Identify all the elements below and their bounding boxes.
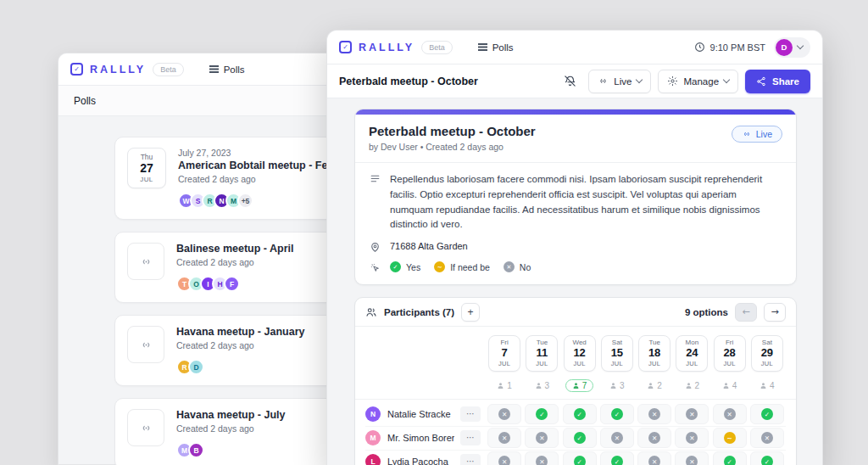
text-icon (369, 172, 381, 184)
vote-cell[interactable]: ✕ (525, 428, 559, 448)
vote-counts-row: 1 3 7 3 2 2 4 4 (365, 379, 786, 392)
vote-icon: ✕ (648, 408, 660, 420)
live-poll-icon (127, 326, 164, 363)
signal-icon (598, 76, 609, 87)
vote-count: 2 (640, 379, 669, 392)
date-option[interactable]: Sat 15 JUL (601, 335, 633, 372)
vote-cell[interactable]: ✕ (525, 451, 559, 465)
participants-rows: N Natalie Stracke ⋯ ✕ ✓ ✓ ✓ ✕ ✕ ✕ ✓ (355, 400, 796, 465)
vote-legend: ✓ Yes ~ If need be ✕ No (390, 261, 531, 272)
vote-cell[interactable]: ✕ (637, 428, 671, 448)
vote-cell[interactable]: ✕ (713, 404, 747, 424)
vote-icon: ✕ (536, 432, 548, 444)
vote-icon: ✓ (761, 456, 773, 465)
list-icon (478, 43, 487, 51)
vote-cell[interactable]: ✕ (675, 404, 709, 424)
rallly-logo-icon: ✓ (70, 63, 83, 76)
row-menu-button[interactable]: ⋯ (460, 430, 481, 445)
poll-item-title: Balinese meetup - April (176, 243, 293, 255)
poll-item-created: Created 2 days ago (176, 423, 286, 434)
signal-icon (140, 255, 153, 268)
vote-cell[interactable]: ✕ (487, 451, 521, 465)
vote-cell[interactable]: ✕ (675, 428, 709, 448)
date-option[interactable]: Fri 7 JUL (488, 335, 520, 372)
date-option[interactable]: Mon 24 JUL (676, 335, 708, 372)
vote-cell[interactable]: ✓ (525, 404, 559, 424)
manage-dropdown[interactable]: Manage (658, 70, 738, 93)
poll-toolbar: Peterbald meetup - October Live Manage S… (327, 64, 822, 98)
row-menu-button[interactable]: ⋯ (460, 406, 481, 422)
vote-icon: ✓ (574, 432, 586, 444)
vote-cell[interactable]: ✕ (637, 451, 671, 465)
vote-cell[interactable]: ✓ (713, 451, 747, 465)
prev-options-button[interactable]: ← (735, 303, 757, 322)
vote-cell[interactable]: ✕ (600, 428, 634, 448)
poll-item-created: Created 2 days ago (176, 257, 293, 267)
vote-cell[interactable]: ✕ (487, 428, 521, 448)
vote-type-icon: ✓ (390, 261, 401, 272)
poll-list-item[interactable]: Balinese meetup - April Created 2 days a… (114, 232, 362, 303)
vote-icon: ✕ (686, 408, 698, 420)
avatar: D (188, 359, 204, 375)
next-options-button[interactable]: → (764, 303, 786, 322)
notifications-off-button[interactable] (558, 70, 581, 93)
vote-cell[interactable]: ✓ (600, 451, 634, 465)
nav-polls[interactable]: Polls (209, 64, 245, 75)
page-title: Polls (58, 86, 353, 116)
vote-cell[interactable]: ✕ (750, 428, 784, 448)
add-participant-button[interactable]: + (461, 303, 480, 322)
date-option[interactable]: Fri 28 JUL (714, 335, 746, 372)
vote-cell[interactable]: ✕ (487, 404, 521, 424)
date-option[interactable]: Tue 18 JUL (638, 335, 670, 372)
vote-cell[interactable]: ✓ (563, 404, 597, 424)
participant-avatars: RD (176, 359, 304, 375)
poll-item-created: Created 2 days ago (176, 340, 304, 350)
vote-cell[interactable]: ✓ (600, 404, 634, 424)
vote-count: 1 (490, 379, 519, 392)
options-count: 9 options (685, 307, 728, 317)
participant-name: Natalie Stracke (387, 409, 451, 419)
vote-icon: ~ (724, 432, 736, 444)
date-option[interactable]: Wed 12 JUL (564, 335, 596, 372)
person-icon (609, 382, 617, 389)
gear-icon (667, 76, 678, 87)
poll-list-item[interactable]: Havana meetup - July Created 2 days ago … (114, 398, 362, 465)
vote-icon: ✕ (724, 408, 736, 420)
person-icon (760, 382, 767, 389)
participant-avatars: TOIHF (176, 276, 293, 292)
participant-row: L Lydia Pacocha ⋯ ✕ ✕ ✓ ✓ ✕ ✕ ✓ ✓ (365, 451, 786, 465)
rallly-logo-icon: ✓ (339, 41, 352, 53)
date-option[interactable]: Tue 11 JUL (526, 335, 558, 372)
poll-item-title: Havana meetup - January (176, 326, 304, 338)
share-button[interactable]: Share (745, 70, 810, 93)
vote-cell[interactable]: ✓ (563, 428, 597, 448)
poll-byline: by Dev User • Created 2 days ago (369, 142, 536, 152)
vote-icon: ✕ (761, 432, 773, 444)
vote-cell[interactable]: ✓ (750, 451, 784, 465)
live-status-dropdown[interactable]: Live (588, 70, 651, 93)
vote-cell[interactable]: ✕ (637, 404, 671, 424)
vote-cell[interactable]: ~ (713, 428, 747, 448)
poll-list-item[interactable]: Havana meetup - January Created 2 days a… (114, 315, 362, 386)
list-icon (209, 65, 219, 73)
poll-title: Peterbald meetup - October (369, 124, 536, 138)
poll-location: 71688 Alta Garden (390, 241, 468, 251)
user-avatar: D (776, 39, 793, 56)
share-icon (756, 76, 766, 87)
nav-polls[interactable]: Polls (478, 42, 514, 53)
user-menu[interactable]: D (774, 37, 810, 58)
row-menu-button[interactable]: ⋯ (460, 454, 481, 465)
vote-cell[interactable]: ✓ (563, 451, 597, 465)
person-icon (497, 382, 504, 389)
chevron-down-icon (636, 76, 643, 83)
participant-avatar: N (365, 406, 381, 422)
poll-list-item[interactable]: Thu 27 JUL July 27, 2023 American Bobtai… (114, 137, 362, 220)
chevron-down-icon (797, 42, 804, 49)
vote-icon: ✓ (574, 456, 586, 465)
vote-cell[interactable]: ✓ (750, 404, 784, 424)
vote-icon: ✕ (498, 432, 510, 444)
participant-row: N Natalie Stracke ⋯ ✕ ✓ ✓ ✓ ✕ ✕ ✕ ✓ (365, 403, 786, 427)
vote-cell[interactable]: ✕ (675, 451, 709, 465)
participant-avatar: L (365, 454, 381, 465)
date-option[interactable]: Sat 29 JUL (751, 335, 783, 372)
